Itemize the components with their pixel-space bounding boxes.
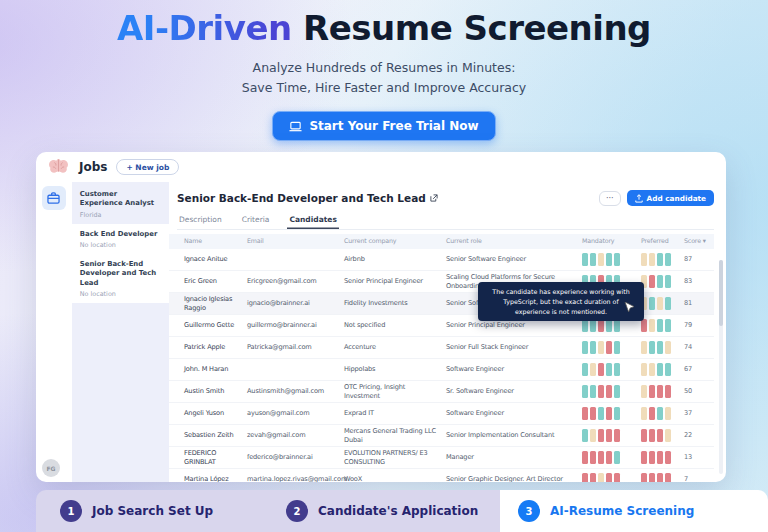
criteria-bar (641, 407, 647, 420)
hero-subtitle-line1: Analyze Hundreds of Resumes in Minutes: (0, 58, 768, 78)
step-label: Job Search Set Up (92, 504, 213, 518)
step-number-badge: 3 (518, 500, 540, 522)
candidate-email: Ericgreen@gmail.com (247, 277, 344, 286)
preferred-bars[interactable] (641, 429, 684, 442)
col-current-role[interactable]: Current role (446, 237, 582, 245)
criteria-bar (582, 363, 588, 376)
step-candidates-application[interactable]: 2 Candidate's Application (286, 500, 478, 522)
criteria-bar (649, 429, 655, 442)
candidate-role: Senior Graphic Designer. Art Director (446, 475, 582, 482)
more-options-button[interactable]: ··· (599, 191, 621, 206)
candidate-score: 67 (684, 365, 714, 374)
table-row[interactable]: FEDERICO GRINBLATfederico@brainner.aiEVO… (169, 447, 714, 469)
preferred-bars[interactable] (641, 407, 684, 420)
tab-criteria[interactable]: Criteria (240, 212, 272, 229)
candidate-score: 13 (684, 453, 714, 462)
free-trial-button[interactable]: Start Your Free Trial Now (272, 111, 495, 141)
mandatory-bars[interactable] (582, 451, 641, 464)
table-row[interactable]: Austin SmithAustinsmith@gmail.comOTC Pri… (169, 381, 714, 403)
criteria-bar (598, 341, 604, 354)
criteria-bar (657, 253, 663, 266)
table-row[interactable]: Angeli Yusonayuson@gmail.comExprad ITSof… (169, 403, 714, 425)
criteria-bar (657, 429, 663, 442)
criteria-bar (641, 429, 647, 442)
criteria-bar (657, 297, 663, 310)
criteria-bar (582, 429, 588, 442)
col-current-company[interactable]: Current company (344, 237, 446, 245)
mandatory-bars[interactable] (582, 385, 641, 398)
external-link-icon[interactable] (430, 194, 438, 202)
page-title-highlight: AI-Driven (117, 8, 292, 48)
candidate-role: Manager (446, 453, 582, 462)
mandatory-bars[interactable] (582, 407, 641, 420)
mandatory-bars[interactable] (582, 363, 641, 376)
step-label: Candidate's Application (318, 504, 478, 518)
candidate-email: Austinsmith@gmail.com (247, 387, 344, 396)
free-trial-label: Start Your Free Trial Now (309, 119, 478, 133)
preferred-bars[interactable] (641, 297, 684, 310)
table-row[interactable]: Sebastien Zeithzevah@gmail.comMercans Ge… (169, 425, 714, 447)
table-row[interactable]: Martina Lópezmartina.lopez.rivas@gmail.c… (169, 469, 714, 482)
table-row[interactable]: Patrick ApplePatricka@gmail.comAccenture… (169, 337, 714, 359)
preferred-bars[interactable] (641, 341, 684, 354)
preferred-bars[interactable] (641, 385, 684, 398)
add-candidate-button[interactable]: Add candidate (627, 190, 714, 206)
candidate-role: Senior Software Engineer (446, 255, 582, 264)
col-preferred[interactable]: Preferred (641, 237, 684, 245)
mandatory-bars[interactable] (582, 341, 641, 354)
sort-caret-icon[interactable]: ▾ (703, 237, 706, 244)
criteria-bar (598, 363, 604, 376)
mandatory-bars[interactable] (582, 253, 641, 266)
candidate-score: 37 (684, 409, 714, 418)
criteria-bar (614, 407, 620, 420)
candidate-name: Martina López (184, 475, 247, 482)
preferred-bars[interactable] (641, 473, 684, 482)
preferred-bars[interactable] (641, 451, 684, 464)
table-row[interactable]: Ignace AnitueAirbnbSenior Software Engin… (169, 249, 714, 271)
sidebar-job-item-selected[interactable]: Senior Back-End Developer and Tech Lead … (72, 254, 169, 303)
user-avatar[interactable]: FG (42, 459, 60, 477)
criteria-bar (614, 451, 620, 464)
preferred-bars[interactable] (641, 253, 684, 266)
col-name[interactable]: Name (184, 237, 247, 245)
criteria-bar (614, 253, 620, 266)
criteria-bar (606, 473, 612, 482)
col-mandatory[interactable]: Mandatory (582, 237, 641, 245)
candidate-role: Senior Principal Engineer (446, 321, 582, 330)
tab-description[interactable]: Description (177, 212, 224, 229)
app-window: Jobs + New job Customer Experience Analy… (36, 152, 726, 482)
tab-candidates[interactable]: Candidates (287, 212, 338, 229)
sidebar-job-item[interactable]: Back End Developer No location (72, 224, 169, 254)
sidebar-job-item[interactable]: Customer Experience Analyst Florida (72, 184, 169, 224)
icon-rail (36, 182, 72, 482)
candidate-company: Not specified (344, 321, 446, 330)
candidate-company: Fidelity Investments (344, 299, 446, 308)
table-scrollbar[interactable] (719, 260, 723, 474)
candidate-name: Patrick Apple (184, 343, 247, 352)
scrollbar-thumb[interactable] (719, 260, 723, 326)
criteria-bar (641, 319, 647, 332)
step-ai-resume-screening[interactable]: 3 AI-Resume Screening (518, 500, 694, 522)
col-score[interactable]: Score ▾ (684, 237, 714, 245)
preferred-bars[interactable] (641, 275, 684, 288)
table-row[interactable]: John. M HaranHippolabsSoftware Engineer6… (169, 359, 714, 381)
criteria-bar (665, 407, 671, 420)
jobs-rail-button[interactable] (42, 186, 66, 210)
job-tabs: Description Criteria Candidates (177, 212, 714, 230)
col-email[interactable]: Email (247, 237, 344, 245)
nav-title: Jobs (79, 160, 107, 174)
preferred-bars[interactable] (641, 363, 684, 376)
new-job-button[interactable]: + New job (116, 159, 179, 175)
candidate-company: Senior Principal Engineer (344, 277, 446, 286)
criteria-bar (590, 429, 596, 442)
mandatory-bars[interactable] (582, 473, 641, 482)
mandatory-bars[interactable] (582, 429, 641, 442)
step-number-badge: 2 (286, 500, 308, 522)
criteria-bar (649, 341, 655, 354)
step-job-search-setup[interactable]: 1 Job Search Set Up (60, 500, 213, 522)
criteria-bar (590, 341, 596, 354)
criteria-bar (657, 319, 663, 332)
candidate-name: Ignace Anitue (184, 255, 247, 264)
criteria-bar (649, 319, 655, 332)
preferred-bars[interactable] (641, 319, 684, 332)
